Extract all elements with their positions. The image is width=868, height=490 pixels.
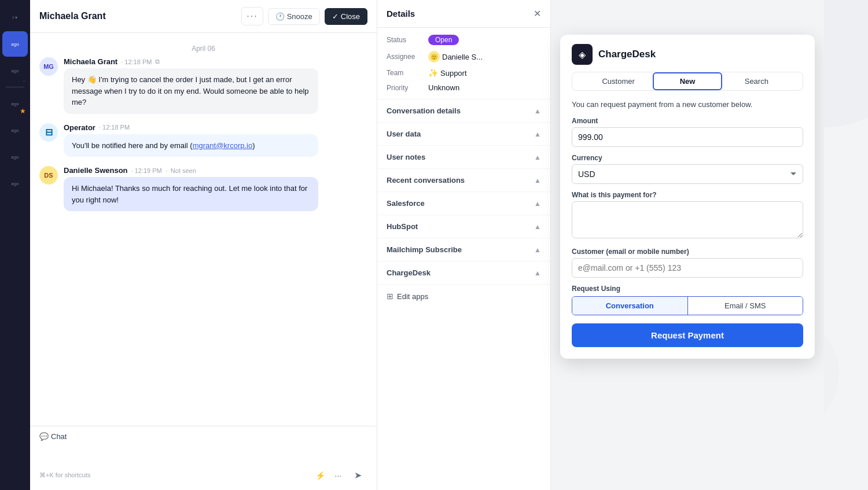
recent-convs-header[interactable]: Recent conversations ▲ — [377, 169, 550, 191]
operator-icon: ⊟ — [45, 127, 53, 138]
sidebar-item-3[interactable]: ago ... — [2, 58, 28, 83]
message-time-1: · 12:18 PM — [121, 58, 152, 65]
mailchimp-header[interactable]: Mailchimp Subscribe ▲ — [377, 238, 550, 261]
not-seen-text: Not seen — [171, 167, 196, 174]
sidebar-item-6[interactable]: ago — [2, 144, 28, 170]
close-label: Close — [341, 12, 360, 21]
status-row: Status Open — [387, 35, 541, 45]
checkmark-icon: ✓ — [332, 12, 339, 21]
chat-messages: April 06 MG Michaela Grant · 12:18 PM ⧉ … — [30, 33, 377, 426]
team-value: ✨ Support — [428, 68, 467, 78]
tab-customer[interactable]: Customer — [584, 72, 653, 90]
currency-select[interactable]: USD EUR GBP AUD CAD — [572, 164, 803, 184]
email-link[interactable]: mgrant@krcorp.io — [193, 141, 253, 150]
amount-input[interactable] — [572, 127, 803, 147]
avatar-initials-1: MG — [43, 63, 54, 70]
sidebar-label-1: t ▾ — [13, 15, 17, 20]
edit-apps-text: Edit apps — [397, 292, 428, 301]
payment-for-textarea[interactable] — [572, 201, 803, 238]
assignee-name: Danielle S... — [442, 53, 483, 61]
recent-convs-section: Recent conversations ▲ — [377, 169, 550, 192]
sidebar-label-7: ago — [11, 181, 19, 186]
message-content-3: Danielle Swenson · 12:19 PM · Not seen H… — [64, 166, 367, 211]
message-text-after-link: ) — [252, 141, 255, 150]
more-options-button[interactable]: ··· — [241, 7, 263, 25]
chevron-up-icon-6: ▲ — [534, 246, 541, 254]
message-sender-1: Michaela Grant — [64, 57, 117, 66]
message-sender-3: Danielle Swenson — [64, 166, 128, 175]
sidebar-item-5[interactable]: ago — [2, 117, 28, 143]
message-bubble-1: Hey 👋 I'm trying to cancel the order I j… — [64, 68, 318, 114]
sidebar-label-2: ago — [11, 42, 19, 47]
currency-label: Currency — [572, 154, 803, 162]
chat-input-field[interactable] — [39, 444, 367, 460]
salesforce-header[interactable]: Salesforce ▲ — [377, 192, 550, 215]
user-notes-section: User notes ▲ — [377, 146, 550, 169]
mailchimp-title: Mailchimp Subscribe — [387, 245, 462, 254]
message-sender-2: Operator — [64, 123, 95, 132]
recent-convs-title: Recent conversations — [387, 176, 465, 185]
customer-avatar-1: MG — [39, 57, 58, 76]
chargedesk-section-header[interactable]: ChargeDesk ▲ — [377, 261, 550, 284]
chevron-up-icon-7: ▲ — [534, 269, 541, 277]
chat-input-header: 💬 Chat — [39, 432, 367, 441]
snooze-label: Snooze — [287, 12, 312, 21]
sidebar-item-4[interactable]: ago ★ — [2, 91, 28, 116]
chat-mode-icon: 💬 — [39, 432, 49, 441]
conversation-details-header[interactable]: Conversation details ▲ — [377, 100, 550, 122]
details-close-button[interactable]: ✕ — [534, 8, 541, 19]
hubspot-header[interactable]: HubSpot ▲ — [377, 215, 550, 238]
message-row-2: ⊟ Operator · 12:18 PM You'll be notified… — [39, 123, 367, 157]
details-header: Details ✕ — [377, 0, 550, 28]
chargedesk-header: ◈ ChargeDesk — [560, 35, 815, 72]
star-icon: ★ — [20, 107, 26, 115]
conversation-details-section: Conversation details ▲ — [377, 100, 550, 123]
message-row-1: MG Michaela Grant · 12:18 PM ⧉ Hey 👋 I'm… — [39, 57, 367, 114]
sidebar-divider-1 — [6, 87, 24, 87]
bg-circle-1 — [824, 0, 868, 127]
send-button[interactable]: ➤ — [348, 466, 367, 484]
sidebar-item-7[interactable]: ago — [2, 171, 28, 196]
request-payment-button[interactable]: Request Payment — [572, 323, 803, 347]
details-title: Details — [387, 9, 415, 19]
message-time-2: · 12:18 PM — [99, 124, 130, 131]
chevron-up-icon-5: ▲ — [534, 223, 541, 231]
chat-input-area: 💬 Chat ⌘+K for shortcuts ⚡ ··· ➤ — [30, 426, 377, 490]
priority-label: Priority — [387, 84, 424, 92]
chargedesk-logo-icon: ◈ — [579, 49, 586, 60]
chat-footer-left: ⌘+K for shortcuts — [39, 471, 90, 479]
lightning-button[interactable]: ⚡ — [313, 469, 328, 482]
assignee-row: Assignee 🙂 Danielle S... — [387, 51, 541, 62]
snooze-button[interactable]: 🕐 Snooze — [268, 8, 320, 25]
details-meta-section: Status Open Assignee 🙂 Danielle S... Tea… — [377, 28, 550, 100]
message-meta-1: Michaela Grant · 12:18 PM ⧉ — [64, 57, 367, 66]
chat-date: April 06 — [39, 38, 367, 57]
tab-new[interactable]: New — [653, 72, 722, 90]
shortcut-hint: ⌘+K for shortcuts — [39, 471, 90, 479]
sidebar-item-2[interactable]: ago — [2, 31, 28, 57]
request-using-group-container: Request Using Conversation Email / SMS — [572, 285, 803, 315]
grid-icon: ⊞ — [387, 292, 393, 301]
chevron-up-icon-1: ▲ — [534, 130, 541, 138]
request-using-label: Request Using — [572, 285, 803, 293]
request-using-email-sms[interactable]: Email / SMS — [688, 297, 803, 315]
message-time-3: · 12:19 PM — [131, 167, 162, 174]
chat-mode-indicator: 💬 Chat — [39, 432, 67, 441]
user-notes-header[interactable]: User notes ▲ — [377, 146, 550, 168]
tab-search[interactable]: Search — [722, 72, 791, 90]
chargedesk-title: ChargeDesk — [598, 49, 656, 60]
more-actions-button[interactable]: ··· — [332, 469, 344, 482]
assignee-value: 🙂 Danielle S... — [428, 51, 483, 62]
user-data-header[interactable]: User data ▲ — [377, 123, 550, 145]
chat-contact-name: Michaela Grant — [39, 11, 237, 21]
customer-email-input[interactable] — [572, 258, 803, 278]
sidebar-item-1[interactable]: t ▾ — [2, 5, 28, 30]
payment-for-label: What is this payment for? — [572, 191, 803, 199]
chat-input-footer: ⌘+K for shortcuts ⚡ ··· ➤ — [39, 466, 367, 484]
request-using-conversation[interactable]: Conversation — [572, 297, 687, 315]
not-seen-badge: · — [165, 167, 167, 174]
agent-avatar-3: DS — [39, 166, 58, 185]
edit-apps-row[interactable]: ⊞ Edit apps — [377, 285, 550, 308]
salesforce-section: Salesforce ▲ — [377, 192, 550, 215]
close-button[interactable]: ✓ Close — [325, 8, 367, 25]
